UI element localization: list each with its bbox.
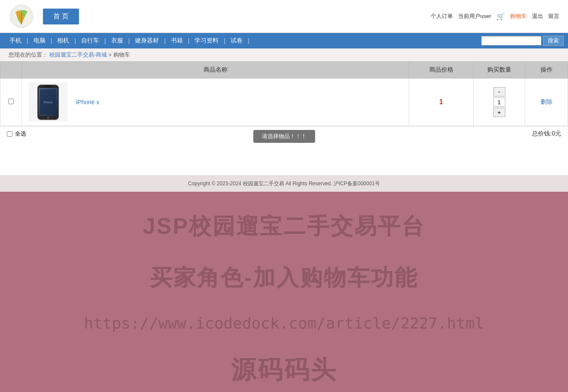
top-right-links: 个人订单 当前用户user 🛒 购物车 退出 留言 bbox=[431, 12, 559, 21]
row-product-cell: iPhone iPhone x bbox=[22, 78, 409, 126]
cart-link[interactable]: 购物车 bbox=[510, 12, 527, 20]
site-footer: Copyright © 2023-2024 校园遛宝二手交易 All Right… bbox=[0, 175, 568, 192]
row-qty-cell: - 1 + bbox=[474, 78, 525, 126]
th-checkbox bbox=[0, 62, 22, 78]
breadcrumb-sep: > bbox=[109, 51, 113, 58]
nav-item-computer[interactable]: 电脑 bbox=[28, 37, 51, 45]
nav-item-phone[interactable]: 手机 bbox=[4, 37, 27, 45]
cart-table: 商品名称 商品价格 购买数量 操作 bbox=[0, 61, 568, 126]
nav-item-books[interactable]: 书籍 bbox=[166, 37, 188, 45]
svg-rect-4 bbox=[44, 85, 52, 87]
product-image: iPhone bbox=[29, 83, 67, 121]
logo bbox=[9, 3, 34, 29]
watermark-brand: 源码码头 bbox=[231, 353, 337, 387]
breadcrumb: 您现在的位置： 校园遛宝二手交易-商城 > 购物车 bbox=[0, 48, 568, 61]
pink-watermark-section: JSP校园遛宝二手交易平台 买家角色-加入购物车功能 https://www.i… bbox=[0, 192, 568, 392]
select-all-area: 全选 bbox=[7, 130, 26, 138]
message-link[interactable]: 留言 bbox=[548, 12, 559, 20]
nav-item-bike[interactable]: 自行车 bbox=[76, 37, 104, 45]
nav-item-fitness[interactable]: 健身器材 bbox=[130, 37, 164, 45]
nav-items: 手机 | 电脑 | 相机 | 自行车 | 衣服 | 健身器材 | 书籍 | 学习… bbox=[4, 37, 249, 45]
qty-decrease-button[interactable]: - bbox=[493, 87, 505, 96]
qty-display: 1 bbox=[493, 97, 505, 107]
cart-icon: 🛒 bbox=[496, 12, 505, 21]
th-product-name: 商品名称 bbox=[22, 62, 409, 78]
main-content: 请选择物品！！！ 商品名称 商品价格 购买数量 操作 bbox=[0, 61, 568, 171]
th-qty: 购买数量 bbox=[474, 62, 525, 78]
select-all-checkbox[interactable] bbox=[7, 131, 12, 137]
table-row: iPhone iPhone x 1 - 1 + bbox=[0, 78, 568, 126]
search-input[interactable] bbox=[481, 36, 541, 45]
row-action-cell: 删除 bbox=[525, 78, 568, 126]
row-checkbox-cell bbox=[0, 78, 22, 126]
watermark-overlay bbox=[0, 145, 568, 171]
select-all-label: 全选 bbox=[15, 130, 26, 138]
qty-increase-button[interactable]: + bbox=[493, 108, 505, 117]
search-area: 搜索 bbox=[481, 36, 564, 46]
delete-button[interactable]: 删除 bbox=[541, 98, 553, 105]
logout-link[interactable]: 退出 bbox=[532, 12, 543, 20]
breadcrumb-prefix: 您现在的位置： bbox=[9, 51, 48, 58]
search-button[interactable]: 搜索 bbox=[543, 36, 564, 46]
nav-item-exam[interactable]: 试卷 bbox=[225, 37, 248, 45]
watermark-line1: JSP校园遛宝二手交易平台 bbox=[143, 211, 425, 241]
watermark-line2: 买家角色-加入购物车功能 bbox=[150, 263, 418, 293]
site-header: 首 页 个人订单 当前用户user 🛒 购物车 退出 留言 bbox=[0, 0, 568, 33]
navbar: 手机 | 电脑 | 相机 | 自行车 | 衣服 | 健身器材 | 书籍 | 学习… bbox=[0, 33, 568, 48]
total-price-area: 总价钱:0元 bbox=[532, 130, 561, 138]
row-price-cell: 1 bbox=[409, 78, 474, 126]
table-header-row: 商品名称 商品价格 购买数量 操作 bbox=[0, 62, 568, 78]
order-link[interactable]: 个人订单 bbox=[431, 12, 453, 20]
nav-item-clothes[interactable]: 衣服 bbox=[106, 37, 128, 45]
qty-control: - 1 + bbox=[480, 87, 518, 117]
logo-area: 首 页 bbox=[9, 3, 79, 29]
home-button[interactable]: 首 页 bbox=[43, 9, 79, 24]
nav-item-study[interactable]: 学习资料 bbox=[189, 37, 224, 45]
breadcrumb-current: 购物车 bbox=[113, 51, 130, 58]
copyright-text: Copyright © 2023-2024 校园遛宝二手交易 All Right… bbox=[188, 181, 380, 187]
svg-point-5 bbox=[47, 116, 49, 119]
current-user: 当前用户user bbox=[458, 12, 491, 20]
th-price: 商品价格 bbox=[409, 62, 474, 78]
th-action: 操作 bbox=[525, 62, 568, 78]
toast-notification: 请选择物品！！！ bbox=[253, 130, 315, 143]
nav-item-camera[interactable]: 相机 bbox=[52, 37, 74, 45]
watermark-url: https://www.icodedock.com/article/2227.h… bbox=[84, 314, 484, 332]
svg-text:iPhone: iPhone bbox=[44, 101, 53, 104]
product-name-link[interactable]: iPhone x bbox=[76, 99, 99, 106]
item-checkbox[interactable] bbox=[8, 99, 14, 104]
breadcrumb-home-link[interactable]: 校园遛宝二手交易-商城 bbox=[49, 51, 107, 58]
